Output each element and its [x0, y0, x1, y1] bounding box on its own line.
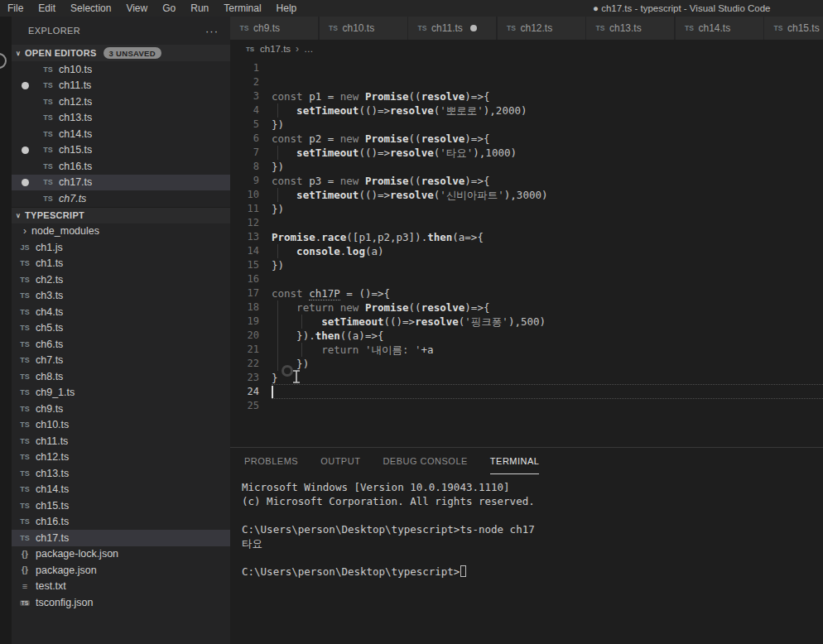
- tree-item-ch4-ts[interactable]: TSch4.ts: [12, 304, 230, 320]
- tree-item-ch12-ts[interactable]: TSch12.ts: [12, 449, 230, 466]
- code-line[interactable]: 20 }).then((a)=>{: [230, 329, 823, 343]
- code-line[interactable]: 21 return '내이름: '+a: [230, 343, 823, 357]
- tab-ch12-ts[interactable]: TSch12.ts: [498, 17, 585, 40]
- file-name: ch4.ts: [36, 306, 63, 318]
- code-line[interactable]: 6const p2 = new Promise((resolve)=>{: [230, 132, 823, 146]
- open-editor-item-ch11-ts[interactable]: TSch11.ts: [12, 78, 230, 94]
- panel-tab-output[interactable]: OUTPUT: [320, 448, 360, 474]
- tree-item-ch9-1-ts[interactable]: TSch9_1.ts: [12, 385, 230, 401]
- code-text: const p2 = new Promise((resolve)=>{: [272, 132, 823, 146]
- open-editor-item-ch17-ts[interactable]: TSch17.ts: [12, 175, 230, 191]
- tree-item-ch8-ts[interactable]: TSch8.ts: [12, 368, 230, 385]
- ts-file-icon: TS: [18, 308, 31, 316]
- code-line[interactable]: 5}): [230, 118, 823, 132]
- open-editor-item-ch16-ts[interactable]: TSch16.ts: [12, 158, 230, 175]
- menu-terminal[interactable]: Terminal: [216, 0, 268, 17]
- code-line[interactable]: 18 return new Promise((resolve)=>{: [230, 300, 823, 315]
- line-number: 9: [230, 174, 272, 188]
- breadcrumb[interactable]: TS ch17.ts › …: [230, 40, 823, 58]
- panel-tab-debug-console[interactable]: DEBUG CONSOLE: [383, 448, 467, 474]
- code-line[interactable]: 17const ch17P = ()=>{: [230, 286, 823, 300]
- menu-go[interactable]: Go: [155, 0, 183, 17]
- menu-run[interactable]: Run: [183, 0, 216, 17]
- code-line[interactable]: 15}): [230, 258, 823, 272]
- menu-selection[interactable]: Selection: [63, 0, 118, 17]
- tree-item-ch3-ts[interactable]: TSch3.ts: [12, 288, 230, 305]
- tree-item-ch1-js[interactable]: JSch1.js: [12, 239, 230, 256]
- code-line[interactable]: 8}): [230, 160, 823, 174]
- indent-guide: [277, 300, 278, 315]
- tab-ch15-ts[interactable]: TSch15.ts: [764, 17, 823, 40]
- txt-file-icon: ≡: [18, 581, 31, 591]
- open-editor-item-ch10-ts[interactable]: TSch10.ts: [12, 61, 230, 78]
- tree-item-ch16-ts[interactable]: TSch16.ts: [12, 514, 230, 531]
- workspace-label: TYPESCRIPT: [25, 210, 84, 220]
- tree-item-node-modules[interactable]: ›node_modules: [12, 223, 230, 240]
- file-name: ch7.ts: [36, 354, 63, 366]
- code-line[interactable]: 7 setTimeout(()=>resolve('타요'),1000): [230, 146, 823, 160]
- tab-ch9-ts[interactable]: TSch9.ts: [230, 17, 318, 40]
- menu-file[interactable]: File: [0, 0, 31, 17]
- code-line[interactable]: 1: [230, 61, 823, 75]
- tree-item-ch1-ts[interactable]: TSch1.ts: [12, 256, 230, 272]
- tree-item-ch14-ts[interactable]: TSch14.ts: [12, 482, 230, 498]
- tree-item-ch2-ts[interactable]: TSch2.ts: [12, 272, 230, 288]
- line-number: 3: [230, 89, 272, 103]
- code-line[interactable]: 9const p3 = new Promise((resolve)=>{: [230, 174, 823, 188]
- tree-item-ch13-ts[interactable]: TSch13.ts: [12, 465, 230, 482]
- line-number: 19: [230, 315, 272, 329]
- tree-item-package-lock-json[interactable]: {}package-lock.json: [12, 546, 230, 563]
- tree-item-ch15-ts[interactable]: TSch15.ts: [12, 497, 230, 514]
- menu-help[interactable]: Help: [269, 0, 305, 17]
- tab-ch10-ts[interactable]: TSch10.ts: [320, 17, 407, 40]
- menu-view[interactable]: View: [118, 0, 155, 17]
- code-line[interactable]: 22 }): [230, 357, 823, 371]
- file-name: ch16.ts: [36, 516, 69, 527]
- code-editor[interactable]: 123const p1 = new Promise((resolve)=>{4 …: [230, 58, 823, 447]
- workspace-section-header[interactable]: ∨ TYPESCRIPT: [12, 207, 230, 223]
- code-line[interactable]: 4 setTimeout(()=>resolve('뽀로로'),2000): [230, 103, 823, 118]
- open-editor-item-ch7-ts[interactable]: TSch7.ts: [12, 190, 230, 207]
- code-line[interactable]: 10 setTimeout(()=>resolve('신비아파트'),3000): [230, 188, 823, 202]
- tree-item-ch7-ts[interactable]: TSch7.ts: [12, 353, 230, 369]
- ts-file-icon: TS: [18, 259, 31, 267]
- tab-label: ch9.ts: [253, 22, 280, 34]
- code-line[interactable]: 19 setTimeout(()=>resolve('핑크퐁'),500): [230, 315, 823, 329]
- tab-ch14-ts[interactable]: TSch14.ts: [676, 17, 763, 40]
- tree-item-test-txt[interactable]: ≡test.txt: [12, 579, 230, 595]
- open-editor-item-ch12-ts[interactable]: TSch12.ts: [12, 94, 230, 110]
- file-tree: ›node_modulesJSch1.jsTSch1.tsTSch2.tsTSc…: [12, 223, 230, 611]
- tree-item-package-json[interactable]: {}package.json: [12, 562, 230, 579]
- open-editors-section-header[interactable]: ∨ OPEN EDITORS 3 UNSAVED: [12, 45, 230, 61]
- code-text: setTimeout(()=>resolve('신비아파트'),3000): [272, 188, 823, 202]
- code-line[interactable]: 23}: [230, 371, 823, 385]
- open-editor-item-ch15-ts[interactable]: TSch15.ts: [12, 142, 230, 159]
- open-editor-item-ch14-ts[interactable]: TSch14.ts: [12, 126, 230, 142]
- panel-tab-problems[interactable]: PROBLEMS: [244, 448, 298, 474]
- tab-ch11-ts[interactable]: TSch11.ts: [408, 17, 496, 40]
- file-name: ch17.ts: [59, 176, 92, 188]
- terminal[interactable]: Microsoft Windows [Version 10.0.19043.11…: [230, 474, 823, 644]
- tree-item-ch6-ts[interactable]: TSch6.ts: [12, 336, 230, 353]
- tree-item-tsconfig-json[interactable]: TStsconfig.json: [12, 594, 230, 611]
- file-name: ch12.ts: [36, 451, 69, 463]
- code-line[interactable]: 25: [230, 399, 823, 413]
- code-line[interactable]: 16: [230, 272, 823, 286]
- code-line[interactable]: 14 console.log(a): [230, 244, 823, 258]
- tree-item-ch17-ts[interactable]: TSch17.ts: [12, 530, 230, 546]
- code-line[interactable]: 12: [230, 216, 823, 230]
- panel-tab-terminal[interactable]: TERMINAL: [490, 448, 540, 474]
- tree-item-ch10-ts[interactable]: TSch10.ts: [12, 417, 230, 434]
- tab-ch13-ts[interactable]: TSch13.ts: [586, 17, 674, 40]
- code-line[interactable]: 24: [230, 385, 823, 399]
- tree-item-ch11-ts[interactable]: TSch11.ts: [12, 433, 230, 449]
- menu-edit[interactable]: Edit: [31, 0, 63, 17]
- open-editor-item-ch13-ts[interactable]: TSch13.ts: [12, 110, 230, 127]
- tree-item-ch5-ts[interactable]: TSch5.ts: [12, 320, 230, 337]
- code-line[interactable]: 3const p1 = new Promise((resolve)=>{: [230, 89, 823, 103]
- code-line[interactable]: 13Promise.race([p1,p2,p3]).then(a=>{: [230, 230, 823, 244]
- tree-item-ch9-ts[interactable]: TSch9.ts: [12, 401, 230, 417]
- code-line[interactable]: 11}): [230, 202, 823, 216]
- more-actions-icon[interactable]: ···: [205, 25, 219, 37]
- code-line[interactable]: 2: [230, 75, 823, 89]
